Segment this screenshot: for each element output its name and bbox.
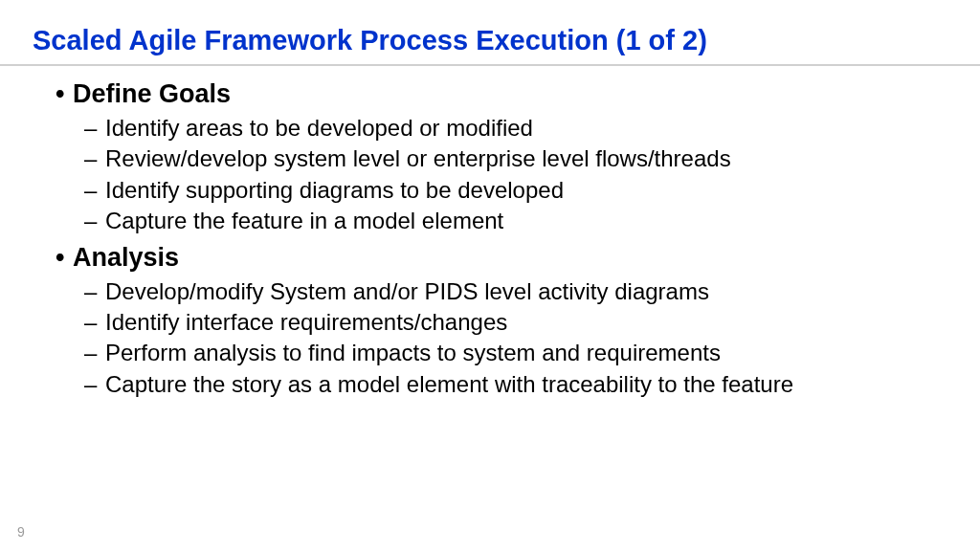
section-heading: • Analysis	[57, 243, 947, 273]
section-heading: • Define Goals	[57, 79, 947, 109]
section-analysis: • Analysis –Develop/modify System and/or…	[57, 243, 947, 401]
dash-icon: –	[84, 338, 105, 368]
sub-list: –Identify areas to be developed or modif…	[57, 113, 947, 237]
dash-icon: –	[84, 276, 105, 307]
list-item-text: Identify interface requirements/changes	[105, 307, 507, 338]
dash-icon: –	[84, 307, 105, 338]
slide-content: • Define Goals –Identify areas to be dev…	[0, 66, 980, 400]
list-item: –Identify areas to be developed or modif…	[84, 113, 947, 143]
list-item: –Review/develop system level or enterpri…	[84, 143, 947, 174]
dash-icon: –	[84, 175, 105, 206]
list-item-text: Develop/modify System and/or PIDS level …	[105, 276, 709, 307]
section-define-goals: • Define Goals –Identify areas to be dev…	[57, 79, 947, 237]
slide-title: Scaled Agile Framework Process Execution…	[0, 0, 980, 64]
slide: Scaled Agile Framework Process Execution…	[0, 0, 980, 551]
list-item: –Perform analysis to find impacts to sys…	[84, 338, 947, 368]
bullet-icon: •	[56, 243, 73, 273]
list-item: –Identify supporting diagrams to be deve…	[84, 175, 947, 206]
dash-icon: –	[84, 113, 105, 143]
list-item-text: Capture the feature in a model element	[105, 206, 503, 236]
list-item-text: Capture the story as a model element wit…	[105, 369, 793, 400]
list-item-text: Identify areas to be developed or modifi…	[105, 113, 533, 143]
dash-icon: –	[84, 143, 105, 174]
section-heading-text: Define Goals	[73, 79, 231, 109]
list-item-text: Review/develop system level or enterpris…	[105, 143, 731, 174]
bullet-icon: •	[56, 79, 73, 109]
section-heading-text: Analysis	[73, 243, 179, 273]
list-item-text: Identify supporting diagrams to be devel…	[105, 175, 564, 206]
list-item: –Capture the story as a model element wi…	[84, 369, 947, 400]
dash-icon: –	[84, 369, 105, 400]
list-item: –Develop/modify System and/or PIDS level…	[84, 276, 947, 307]
list-item: –Identify interface requirements/changes	[84, 307, 947, 338]
sub-list: –Develop/modify System and/or PIDS level…	[57, 276, 947, 401]
list-item-text: Perform analysis to find impacts to syst…	[105, 338, 721, 368]
dash-icon: –	[84, 206, 105, 236]
list-item: –Capture the feature in a model element	[84, 206, 947, 236]
page-number: 9	[17, 524, 25, 540]
